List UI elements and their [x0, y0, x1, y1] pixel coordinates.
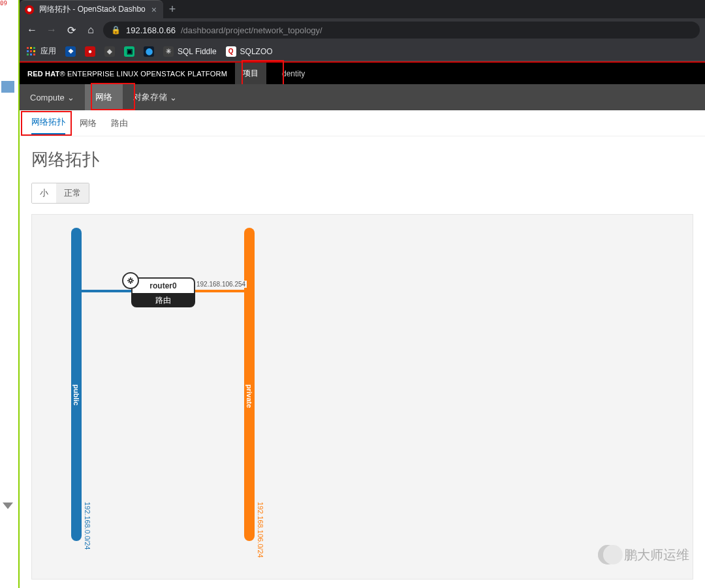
browser-tab[interactable]: 网络拓扑 - OpenStack Dashbo × [20, 0, 163, 18]
svg-rect-2 [33, 47, 35, 49]
svg-rect-8 [33, 54, 35, 55]
reload-icon[interactable]: ⟳ [64, 24, 78, 37]
line-number-badge: 09 [0, 0, 7, 7]
bookmark-5[interactable]: ⬤ [144, 46, 154, 57]
platform-top-bar: RED HAT® ENTERPRISE LINUX OPENSTACK PLAT… [20, 61, 705, 84]
apps-grid-icon [26, 46, 37, 57]
sqlfiddle-label: SQL Fiddle [178, 47, 217, 56]
router-icon [122, 272, 139, 289]
bookmark-icon: ● [85, 46, 95, 57]
page-title: 网络拓扑 [31, 148, 693, 171]
router-node[interactable]: router0 路由 [131, 277, 195, 307]
topology-canvas[interactable]: public 192.168.0.0/24 private 192.168.10… [31, 214, 693, 580]
ternav-topology[interactable]: 网络拓扑 [31, 111, 65, 135]
gutter-swatch [1, 81, 14, 93]
back-icon[interactable]: ← [25, 24, 39, 36]
apps-bookmark[interactable]: 应用 [26, 46, 56, 57]
bookmark-1[interactable]: ❖ [65, 46, 76, 57]
bookmarks-bar: 应用 ❖ ● ◆ ▣ ⬤ ✳ SQL Fiddle Q SQLZOO [20, 42, 705, 61]
apps-bookmark-label: 应用 [40, 46, 56, 57]
bookmark-icon: ◆ [104, 46, 115, 57]
new-tab-button[interactable]: + [163, 0, 181, 18]
close-tab-icon[interactable]: × [151, 5, 157, 15]
size-small-button[interactable]: 小 [32, 183, 56, 203]
bookmark-icon: ⬤ [144, 46, 154, 57]
svg-rect-3 [27, 50, 29, 52]
ternav-routers[interactable]: 路由 [111, 112, 128, 134]
chevron-down-icon: ⌄ [170, 93, 177, 102]
address-bar[interactable]: 🔒 192.168.0.66/dashboard/project/network… [103, 22, 700, 39]
router-link-private [194, 290, 244, 292]
bookmark-2[interactable]: ● [85, 46, 95, 57]
lock-icon: 🔒 [111, 25, 121, 35]
url-host: 192.168.0.66 [126, 25, 176, 35]
secondary-nav: Compute ⌄ 网络 对象存储 ⌄ [20, 84, 705, 110]
sqlzoo-bookmark[interactable]: Q SQLZOO [226, 46, 273, 57]
svg-rect-0 [27, 47, 29, 49]
network-label-public: public [72, 384, 80, 405]
sqlfiddle-bookmark[interactable]: ✳ SQL Fiddle [163, 46, 217, 57]
svg-rect-5 [33, 50, 35, 52]
tertiary-nav: 网络拓扑 网络 路由 [20, 110, 705, 136]
secnav-network[interactable]: 网络 [85, 84, 123, 110]
network-bar-private[interactable]: private 192.168.106.0/24 [244, 228, 255, 541]
browser-tab-strip: 网络拓扑 - OpenStack Dashbo × + [20, 0, 705, 18]
router-port-ip: 192.168.106.254 [195, 281, 247, 288]
tab-identity[interactable]: dentity [274, 63, 313, 84]
bookmark-icon: ▣ [124, 46, 134, 57]
chevron-down-icon: ⌄ [67, 93, 74, 102]
brand-label: RED HAT® ENTERPRISE LINUX OPENSTACK PLAT… [27, 70, 227, 78]
svg-rect-4 [30, 50, 32, 52]
forward-icon[interactable]: → [44, 24, 59, 36]
redhat-favicon-icon [25, 5, 34, 14]
router-name: router0 [131, 277, 195, 293]
tab-title: 网络拓扑 - OpenStack Dashbo [39, 4, 146, 15]
page-body: 网络拓扑 小 正常 public 192.168.0.0/24 private … [20, 136, 705, 588]
secnav-compute[interactable]: Compute ⌄ [20, 84, 85, 110]
size-normal-button[interactable]: 正常 [56, 183, 89, 203]
router-type: 路由 [131, 293, 195, 307]
size-toggle: 小 正常 [31, 183, 89, 204]
svg-rect-1 [30, 47, 32, 49]
bookmark-icon: ❖ [65, 46, 76, 57]
bookmark-4[interactable]: ▣ [124, 46, 134, 57]
network-cidr-private: 192.168.106.0/24 [257, 502, 264, 558]
svg-rect-6 [27, 54, 29, 55]
browser-toolbar: ← → ⟳ ⌂ 🔒 192.168.0.66/dashboard/project… [20, 18, 705, 42]
home-icon[interactable]: ⌂ [84, 24, 98, 36]
svg-rect-7 [30, 54, 32, 55]
editor-gutter: 09 [0, 0, 20, 588]
ternav-networks[interactable]: 网络 [80, 112, 97, 134]
sqlzoo-icon: Q [226, 46, 236, 57]
secnav-object-storage[interactable]: 对象存储 ⌄ [123, 84, 187, 110]
sqlfiddle-icon: ✳ [163, 46, 174, 57]
bookmark-3[interactable]: ◆ [104, 46, 115, 57]
network-label-private: private [245, 384, 253, 408]
network-cidr-public: 192.168.0.0/24 [84, 502, 91, 549]
network-bar-public[interactable]: public 192.168.0.0/24 [71, 228, 82, 541]
sqlzoo-label: SQLZOO [240, 47, 273, 56]
gutter-marker-icon [3, 503, 13, 509]
url-path: /dashboard/project/network_topology/ [181, 25, 322, 35]
tab-project[interactable]: 项目 [235, 63, 266, 84]
